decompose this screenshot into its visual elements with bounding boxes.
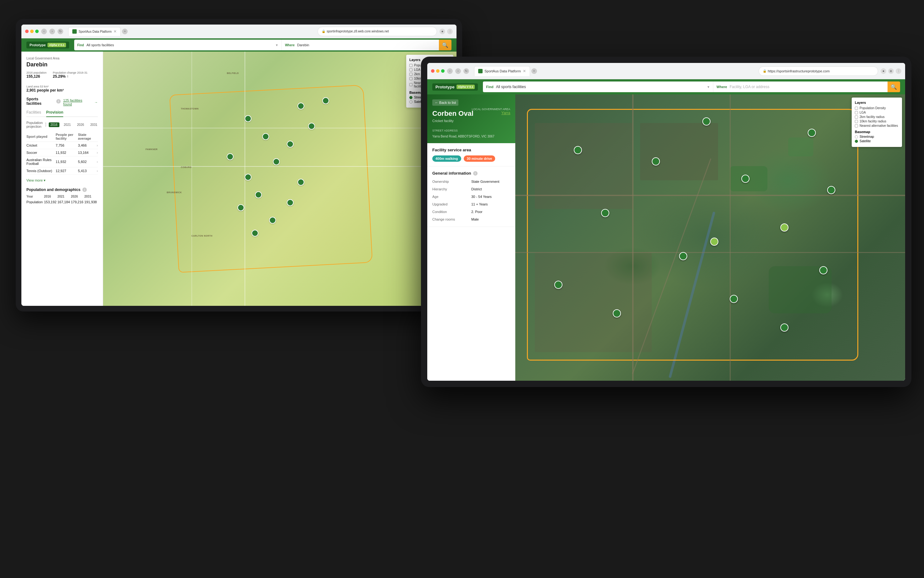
search-button-back[interactable]: 🔍 <box>439 40 451 50</box>
map-label-belfield: BELFIELD <box>227 72 239 74</box>
radio-satellite-front[interactable] <box>855 140 858 143</box>
forward-nav-btn[interactable]: › <box>49 29 55 34</box>
menu-icon-front[interactable]: ⋮ <box>896 68 901 74</box>
marker-15[interactable] <box>244 115 251 122</box>
radio-satellite[interactable] <box>409 101 413 104</box>
pop-val-2026: 179,216 <box>71 199 84 205</box>
view-more-btn[interactable]: View more ▾ <box>26 179 98 182</box>
layer-cb-lga[interactable] <box>409 68 413 71</box>
find-dropdown-back[interactable]: ▼ <box>275 44 278 47</box>
year-2016[interactable]: 2016 <box>49 122 60 127</box>
year-2031[interactable]: 2031 <box>88 122 99 127</box>
marker-11[interactable] <box>237 204 244 211</box>
find-section-back[interactable]: Find All sports facilities ▼ <box>74 40 282 50</box>
layer-cb-pop-front[interactable] <box>855 107 858 110</box>
marker-12[interactable] <box>287 199 294 206</box>
layer-cb-nearest-front[interactable] <box>855 124 858 127</box>
close-button[interactable] <box>25 29 29 33</box>
row-chevron[interactable]: › <box>97 142 98 149</box>
menu-icon[interactable]: ⋮ <box>447 29 453 34</box>
layer-nearest-front[interactable]: Nearest alternative facilities <box>855 124 899 127</box>
sat-marker-9[interactable] <box>730 295 738 303</box>
sat-marker-5[interactable] <box>601 209 609 217</box>
layer-cb-10km-front[interactable] <box>855 120 858 123</box>
year-2026[interactable]: 2026 <box>75 122 86 127</box>
marker-7[interactable] <box>273 158 280 165</box>
basemap-satellite-front[interactable]: Satellite <box>855 140 899 143</box>
new-tab-btn-back[interactable]: + <box>122 29 128 34</box>
layer-cb-pop[interactable] <box>409 64 413 67</box>
radio-streetmap-front[interactable] <box>855 135 858 138</box>
sat-marker-10[interactable] <box>613 309 621 317</box>
tab-provision-back[interactable]: Provision <box>46 110 63 117</box>
sat-marker-15[interactable] <box>702 117 710 125</box>
url-bar-front[interactable]: 🔒 https://sportsinfrastructureprototype.… <box>759 67 878 76</box>
layer-cb-2km-front[interactable] <box>855 115 858 119</box>
active-tab-back[interactable]: SportAus Data Platform ✕ <box>68 27 121 36</box>
marker-3[interactable] <box>308 123 315 130</box>
year-2021[interactable]: 2021 <box>62 122 73 127</box>
facilities-count-link[interactable]: 125 facilities found <box>63 99 92 106</box>
sat-marker-3[interactable] <box>741 175 749 183</box>
tab-close-front[interactable]: ✕ <box>523 69 526 73</box>
url-bar-back[interactable]: 🔒 sportinfraprototype.z8.web.core.window… <box>317 27 437 36</box>
sat-marker-7[interactable] <box>679 252 687 260</box>
row-chevron[interactable]: › <box>97 156 98 167</box>
star-icon-front[interactable]: ★ <box>880 68 886 74</box>
sat-marker-6[interactable] <box>780 223 788 232</box>
close-button-front[interactable] <box>431 69 434 73</box>
find-dropdown-front[interactable]: ▼ <box>707 85 710 89</box>
back-screen: ‹ › ↻ SportAus Data Platform ✕ + 🔒 sport… <box>21 24 456 306</box>
layer-cb-lga-front[interactable] <box>855 111 858 114</box>
sat-marker-2[interactable] <box>652 157 660 166</box>
search-button-front[interactable]: 🔍 <box>888 81 900 92</box>
maximize-button[interactable] <box>35 29 39 33</box>
find-section-front[interactable]: Find All sports facilities ▼ <box>483 81 713 92</box>
minimize-button[interactable] <box>30 29 34 33</box>
reload-btn-front[interactable]: ↻ <box>463 68 469 74</box>
layer-10km-front[interactable]: 10km facility radius <box>855 120 899 123</box>
lga-name-detail[interactable]: Yarra <box>472 111 510 115</box>
front-screen: ‹ › ↻ SportAus Data Platform ✕ + 🔒 https… <box>427 63 905 381</box>
marker-8[interactable] <box>244 174 251 180</box>
where-section-back[interactable]: Where Darebin <box>282 40 439 50</box>
layer-2km-front[interactable]: 2km facility radius <box>855 115 899 119</box>
tab-facilities-back[interactable]: Facilities <box>26 110 41 117</box>
tab-close-back[interactable]: ✕ <box>113 29 117 34</box>
new-tab-btn-front[interactable]: + <box>531 68 537 74</box>
radio-streetmap[interactable] <box>409 96 413 99</box>
sat-marker-1[interactable] <box>574 146 582 154</box>
layer-cb-10km[interactable] <box>409 77 413 80</box>
maximize-button-front[interactable] <box>441 69 445 73</box>
lga-label-detail: Local Government Area <box>472 107 510 111</box>
sat-marker-8[interactable] <box>819 266 827 274</box>
layer-pop-density-front[interactable]: Population Density <box>855 106 899 110</box>
layer-lga-front[interactable]: LGA <box>855 111 899 114</box>
map-label-coburg: COBURG <box>181 166 191 168</box>
reload-btn[interactable]: ↻ <box>58 29 63 34</box>
active-tab-front[interactable]: SportAus Data Platform ✕ <box>474 66 530 76</box>
layer-cb-2km[interactable] <box>409 73 413 76</box>
puzzle-icon-front[interactable]: ⊞ <box>888 68 894 74</box>
basemap-streetmap-front[interactable]: Streetmap <box>855 135 899 138</box>
back-nav-btn[interactable]: ‹ <box>41 29 47 34</box>
pop-table: Year 2016 2021 2026 2031 Population 153,… <box>26 194 98 205</box>
sat-marker-11[interactable] <box>554 281 562 289</box>
back-to-list-btn[interactable]: ← Back to list <box>432 99 458 106</box>
layer-cb-nearest[interactable] <box>409 83 413 86</box>
minimize-button-front[interactable] <box>436 69 440 73</box>
where-section-front[interactable]: Where Facility, LGA or address <box>713 81 888 92</box>
marker-1[interactable] <box>298 102 304 109</box>
sat-marker-4[interactable] <box>807 129 816 137</box>
row-chevron[interactable]: › <box>97 167 98 175</box>
forward-nav-btn-front[interactable]: › <box>455 68 461 74</box>
marker-14[interactable] <box>251 230 259 237</box>
sat-marker-12[interactable] <box>827 186 835 194</box>
logo-front: Prototype Alpha V 0.1 <box>432 83 478 91</box>
row-chevron[interactable]: › <box>97 149 98 156</box>
marker-4[interactable] <box>262 133 269 140</box>
sat-marker-14[interactable] <box>780 323 788 332</box>
back-nav-btn-front[interactable]: ‹ <box>447 68 453 74</box>
sat-marker-13[interactable] <box>710 237 718 246</box>
star-icon[interactable]: ★ <box>440 29 445 34</box>
